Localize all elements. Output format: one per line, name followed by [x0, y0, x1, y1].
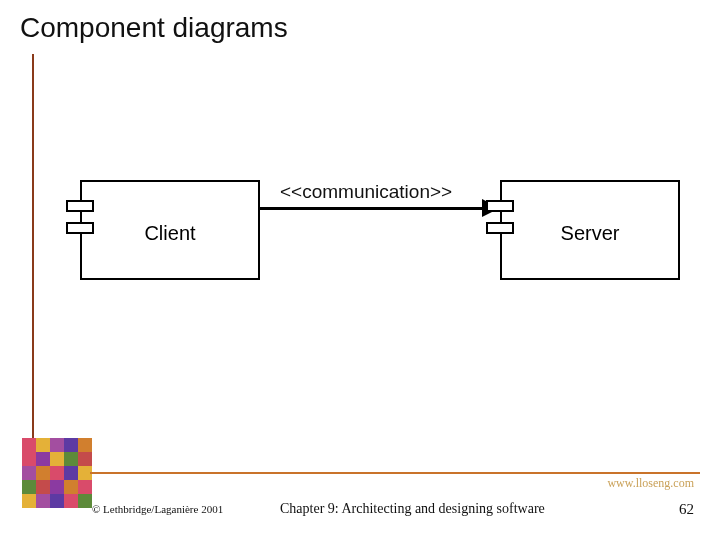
mosaic-tile [78, 480, 92, 494]
component-diagram: Client <<communication>> Server [80, 180, 680, 300]
component-lug-icon [66, 200, 94, 212]
page-number: 62 [679, 501, 694, 518]
mosaic-tile [36, 452, 50, 466]
mosaic-tile [22, 466, 36, 480]
vertical-rule [32, 54, 34, 454]
connector-line-icon [260, 207, 484, 210]
footer: © Lethbridge/Laganière 2001 Chapter 9: A… [0, 503, 720, 533]
website-url: www.lloseng.com [607, 476, 694, 491]
mosaic-tile [36, 480, 50, 494]
mosaic-tile [64, 466, 78, 480]
mosaic-tile [36, 466, 50, 480]
mosaic-tile [50, 480, 64, 494]
component-client: Client [80, 180, 260, 280]
mosaic-tile [22, 452, 36, 466]
chapter-text: Chapter 9: Architecting and designing so… [280, 501, 545, 517]
slide-title: Component diagrams [20, 12, 288, 44]
horizontal-rule [90, 472, 700, 474]
mosaic-tile [36, 438, 50, 452]
mosaic-tile [78, 452, 92, 466]
component-server: Server [500, 180, 680, 280]
decorative-mosaic-icon [22, 438, 92, 508]
mosaic-tile [64, 480, 78, 494]
connector-stereotype-label: <<communication>> [280, 181, 452, 203]
mosaic-tile [50, 452, 64, 466]
component-client-label: Client [82, 222, 258, 245]
mosaic-tile [50, 438, 64, 452]
mosaic-tile [64, 452, 78, 466]
mosaic-tile [50, 466, 64, 480]
copyright-text: © Lethbridge/Laganière 2001 [92, 503, 223, 515]
mosaic-tile [64, 438, 78, 452]
mosaic-tile [22, 438, 36, 452]
component-server-label: Server [502, 222, 678, 245]
mosaic-tile [78, 438, 92, 452]
component-lug-icon [486, 200, 514, 212]
mosaic-tile [22, 480, 36, 494]
